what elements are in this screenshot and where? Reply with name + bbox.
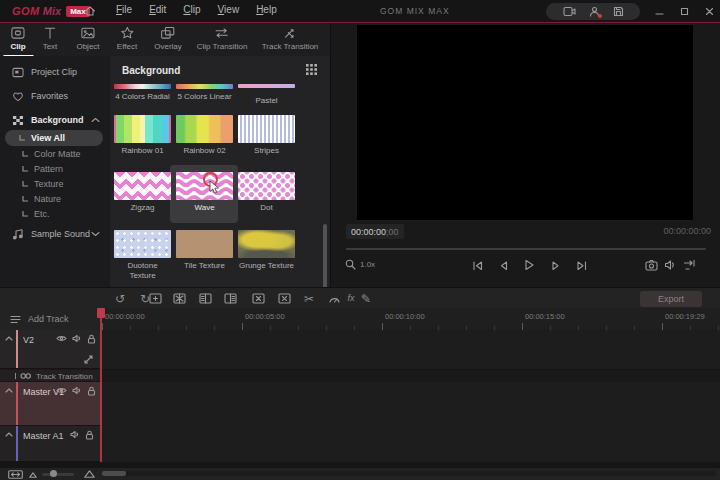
skip-start-button[interactable] — [469, 257, 485, 273]
effect-icon — [120, 26, 135, 40]
tab-overlay[interactable]: Overlay — [154, 26, 182, 56]
play-button[interactable] — [521, 257, 537, 273]
export-button[interactable]: Export — [640, 291, 702, 307]
add-track-button[interactable]: Add Track — [0, 308, 102, 330]
menu-view[interactable]: View — [218, 4, 240, 15]
tab-clip-transition[interactable]: Clip Transition — [197, 26, 248, 56]
playhead-line[interactable] — [100, 308, 102, 462]
undo-button[interactable]: ↺ — [112, 291, 128, 306]
track-transition-header[interactable]: Track Transition — [0, 370, 102, 382]
eye-icon[interactable] — [56, 334, 67, 344]
delete-clip-button[interactable] — [250, 291, 266, 306]
zoom-in-mountain-icon[interactable] — [84, 470, 95, 478]
sidebar-item-nature[interactable]: Nature — [0, 191, 110, 207]
mute-speaker-icon[interactable] — [70, 430, 80, 440]
track-master-a1-lane[interactable] — [102, 426, 720, 463]
tile-duotone-texture[interactable]: Duotone Texture — [114, 230, 171, 282]
menu-help[interactable]: Help — [256, 4, 277, 15]
menu-file[interactable]: File — [116, 4, 132, 15]
track-master-v1-lane[interactable] — [102, 382, 720, 427]
lock-icon[interactable] — [85, 430, 94, 440]
mute-speaker-icon[interactable] — [72, 334, 82, 344]
account-icon[interactable] — [589, 6, 600, 17]
app-logo: GOM Mix Max — [12, 5, 90, 17]
chevron-up-icon[interactable] — [5, 388, 13, 393]
split-right-button[interactable] — [222, 291, 238, 306]
frame-step-icon[interactable] — [681, 257, 697, 273]
timeline-scrollbar-thumb[interactable] — [102, 471, 126, 476]
zoom-out-mountain-icon[interactable] — [29, 472, 37, 478]
sidebar-item-sample-sound[interactable]: Sample Sound — [0, 226, 110, 242]
tab-text[interactable]: Text — [43, 26, 58, 56]
lock-icon[interactable] — [87, 386, 96, 396]
sidebar-item-view-all[interactable]: View All — [5, 130, 103, 146]
track-v2-header[interactable]: V2 — [0, 330, 102, 369]
fit-timeline-icon[interactable] — [8, 470, 23, 479]
sidebar-item-color-matte[interactable]: Color Matte — [0, 146, 110, 162]
timeline-zoom-slider[interactable] — [42, 473, 74, 476]
eye-icon[interactable] — [56, 386, 67, 396]
tile-tile-texture[interactable]: Tile Texture — [176, 230, 233, 271]
tile-4-colors-radial[interactable]: 4 Colors Radial — [114, 84, 171, 102]
split-scissors-button[interactable]: ✂ — [301, 291, 317, 306]
tile-rainbow-02[interactable]: Rainbow 02 — [176, 115, 233, 156]
timeline-zoom-slider-knob[interactable] — [50, 470, 57, 477]
tile-rainbow-01[interactable]: Rainbow 01 — [114, 115, 171, 156]
sidebar-item-background[interactable]: Background — [0, 112, 110, 128]
minimize-button[interactable] — [655, 7, 664, 16]
next-frame-button[interactable] — [547, 257, 563, 273]
tile-dot[interactable]: Dot — [238, 172, 295, 213]
insert-clip-button[interactable] — [147, 291, 163, 306]
timeline-horizontal-scrollbar[interactable] — [102, 471, 716, 476]
ripple-delete-button[interactable] — [276, 291, 292, 306]
menu-clip[interactable]: Clip — [183, 4, 200, 15]
lock-icon[interactable] — [87, 334, 96, 344]
sidebar-item-etc[interactable]: Etc. — [0, 206, 110, 222]
sidebar-item-project-clip[interactable]: Project Clip — [0, 64, 110, 80]
chevron-down-icon[interactable] — [91, 231, 100, 237]
chevron-up-icon[interactable] — [5, 432, 13, 437]
track-v2-lane[interactable] — [102, 330, 720, 370]
preview-zoom-control[interactable]: 1.0x — [345, 259, 375, 270]
timeline-ruler[interactable]: 00:00:00:00 00:00:05:00 00:00:10:00 00:0… — [102, 308, 720, 330]
skip-end-button[interactable] — [573, 257, 589, 273]
sidebar-item-favorites[interactable]: Favorites — [0, 88, 110, 104]
chevron-up-icon[interactable] — [5, 336, 13, 341]
tile-stripes[interactable]: Stripes — [238, 115, 295, 156]
home-icon[interactable] — [84, 5, 96, 17]
track-master-v1-header[interactable]: Master V1 — [0, 382, 102, 426]
tab-effect[interactable]: Effect — [117, 26, 137, 56]
end-time-display: 00:00:00:00 — [663, 226, 711, 236]
prev-frame-button[interactable] — [495, 257, 511, 273]
tab-clip[interactable]: Clip — [10, 26, 25, 56]
sidebar-item-texture[interactable]: Texture — [0, 176, 110, 192]
playhead-handle[interactable] — [97, 308, 105, 318]
menu-edit[interactable]: Edit — [149, 4, 166, 15]
track-master-a1-header[interactable]: Master A1 — [0, 426, 102, 462]
video-canvas[interactable] — [357, 25, 693, 220]
mute-speaker-icon[interactable] — [72, 386, 82, 396]
edit-pencil-button[interactable]: ✎ — [358, 291, 374, 306]
tab-track-transition[interactable]: Track Transition — [262, 26, 319, 56]
close-button[interactable] — [705, 7, 714, 16]
maximize-button[interactable] — [680, 7, 689, 16]
chevron-up-icon[interactable] — [91, 117, 100, 123]
tile-5-colors-linear[interactable]: 5 Colors Linear — [176, 84, 233, 102]
track-swap-icon[interactable] — [83, 354, 94, 365]
preview-seekbar[interactable] — [346, 248, 706, 250]
tutorial-icon[interactable] — [563, 6, 576, 17]
sidebar-item-pattern[interactable]: Pattern — [0, 161, 110, 177]
save-icon[interactable] — [613, 6, 624, 17]
snapshot-camera-icon[interactable] — [643, 257, 659, 273]
tab-object[interactable]: Object — [76, 26, 99, 56]
tile-pastel[interactable]: Pastel — [238, 84, 295, 106]
tile-zigzag[interactable]: Zigzag — [114, 172, 171, 213]
volume-icon[interactable] — [662, 257, 678, 273]
tile-grunge-texture[interactable]: Grunge Texture — [238, 230, 295, 271]
effects-fx-button[interactable]: fx — [343, 291, 359, 306]
overwrite-clip-button[interactable] — [171, 291, 187, 306]
grid-view-icon[interactable] — [306, 64, 317, 75]
split-left-button[interactable] — [197, 291, 213, 306]
library-scrollbar[interactable] — [323, 224, 327, 287]
speed-gauge-button[interactable] — [326, 291, 342, 306]
